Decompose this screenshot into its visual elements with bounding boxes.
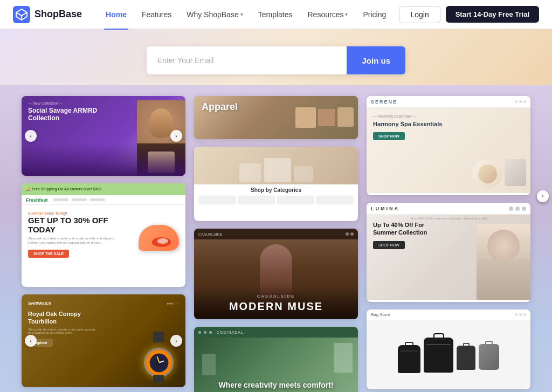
serene-title: Harmony Spa Essentials xyxy=(373,120,443,128)
card-lumina[interactable]: LUMINA Up to 40% off for summer collecti… xyxy=(367,203,530,302)
swiftwatch-title: Royal Oak Conopy Tourbillon xyxy=(28,310,93,326)
categories-title: Shop by Categories xyxy=(194,184,358,196)
chevron-down-icon: ▾ xyxy=(240,11,243,17)
card-creativity[interactable]: CODINADAL Where creativity meets comfort… xyxy=(194,327,358,392)
card-social-savage-title: Social Savage ARMRD Collection xyxy=(28,107,114,122)
gallery-col-2: Apparel Shop by Categories CASUALSIDE xyxy=(194,96,358,392)
nav-item-home[interactable]: Home xyxy=(99,7,133,22)
card-freshfeet[interactable]: 🚚 Free Shipping On All Orders Over $300 … xyxy=(22,183,185,287)
bag-3 xyxy=(457,346,475,370)
creativity-headline: Where creativity meets comfort! xyxy=(218,381,333,389)
nav-actions: Login Start 14-Day Free Trial xyxy=(399,6,539,23)
freshfeet-shoes xyxy=(130,216,179,253)
categories-grid xyxy=(194,196,358,208)
bags-nav: Bag Store xyxy=(367,310,530,320)
chevron-down-icon: ▾ xyxy=(345,11,348,17)
serene-subtitle: — Harmony Essentials — xyxy=(373,114,524,118)
hero-section: Join us xyxy=(0,29,552,85)
lumina-nav: LUMINA xyxy=(367,203,530,215)
creativity-brand: CODINADAL xyxy=(217,331,244,334)
login-button[interactable]: Login xyxy=(399,6,440,23)
serene-nav-dots xyxy=(515,100,526,103)
modern-muse-brand: CASUALSIDE xyxy=(194,294,358,299)
trial-button[interactable]: Start 14-Day Free Trial xyxy=(446,6,539,23)
card-arrow-right[interactable]: › xyxy=(170,335,182,347)
bags-nav-dots xyxy=(515,313,526,316)
apparel-text: Apparel xyxy=(194,96,358,118)
swiftwatch-nav: SwiftWatch ●●● ○○ xyxy=(28,301,179,306)
swiftwatch-desc: Shop with the latest colorful and comfy … xyxy=(28,328,98,334)
card-social-savage[interactable]: — New Collection — Social Savage ARMRD C… xyxy=(22,96,185,176)
freshfeet-sale-label: Summer Sales Today! xyxy=(28,211,125,215)
freshfeet-body: Summer Sales Today! GET UP TO 30% OFF TO… xyxy=(22,205,185,264)
card-swiftwatch[interactable]: SwiftWatch ●●● ○○ Royal Oak Conopy Tourb… xyxy=(22,294,185,387)
freshfeet-brand: Freshfeet xyxy=(26,197,48,203)
creativity-bg: Where creativity meets comfort! Explore … xyxy=(194,338,358,392)
lumina-title: Up To 40% Off For Summer Collection xyxy=(373,221,443,237)
logo[interactable]: ShopBase xyxy=(13,6,82,23)
lumina-cta[interactable]: SHOP NOW xyxy=(373,241,405,249)
bags-body: EXPLORE OUR COLLECTIONS xyxy=(367,320,530,389)
serene-products xyxy=(473,159,526,189)
creativity-text: Where creativity meets comfort! xyxy=(218,381,333,389)
card-apparel[interactable]: Apparel xyxy=(194,96,358,139)
bag-1 xyxy=(398,345,420,373)
logo-icon xyxy=(13,6,30,23)
freshfeet-nav: Freshfeet xyxy=(22,195,185,205)
bag-4 xyxy=(479,344,499,370)
lumina-promo-top: Up to 40% off for summer collection - li… xyxy=(367,217,530,220)
gallery-col-3: SERENE — Harmony Essentials — Harmony Sp… xyxy=(367,96,530,392)
nav-item-why-shopbase[interactable]: Why ShopBase ▾ xyxy=(180,7,250,22)
categories-hero xyxy=(194,147,358,184)
card-arrow-left[interactable]: ‹ xyxy=(25,335,37,347)
serene-cta[interactable]: SHOP NOW xyxy=(373,132,405,140)
nav-item-features[interactable]: Features xyxy=(135,7,178,22)
serene-nav: SERENE xyxy=(367,96,530,108)
card-arrow-left[interactable]: ‹ xyxy=(25,130,37,142)
freshfeet-desc: Shop with our latest colorful and comfy … xyxy=(28,236,125,245)
freshfeet-promo-bar: 🚚 Free Shipping On All Orders Over $300 xyxy=(22,183,185,195)
serene-hero: — Harmony Essentials — Harmony Spa Essen… xyxy=(367,108,530,193)
creativity-item1 xyxy=(334,343,353,373)
creativity-item2 xyxy=(202,354,216,375)
swiftwatch-brand: SwiftWatch xyxy=(28,301,51,306)
freshfeet-offer: GET UP TO 30% OFF TODAY xyxy=(28,216,125,234)
lumina-hero: Up to 40% off for summer collection - li… xyxy=(367,215,530,300)
join-button[interactable]: Join us xyxy=(347,46,405,74)
email-form: Join us xyxy=(147,46,405,74)
card-modern-muse[interactable]: CASUALSIDE CASUALSIDE MODERN MUSE xyxy=(194,229,358,319)
modern-muse-nav: CASUALSIDE xyxy=(194,229,358,239)
card-categories[interactable]: Shop by Categories xyxy=(194,147,358,221)
bags-brand: Bag Store xyxy=(371,312,390,317)
card-social-savage-subtitle: — New Collection — xyxy=(28,101,179,105)
apparel-label: Apparel xyxy=(202,101,350,113)
creativity-nav: CODINADAL xyxy=(194,327,358,338)
email-input[interactable] xyxy=(147,46,347,74)
lumina-brand: LUMINA xyxy=(371,206,399,211)
freshfeet-cta[interactable]: SHOP THE SALE xyxy=(28,250,69,258)
svg-rect-0 xyxy=(13,6,30,23)
nav-item-pricing[interactable]: Pricing xyxy=(356,7,392,22)
nav-item-resources[interactable]: Resources ▾ xyxy=(301,7,355,22)
modern-muse-title: MODERN MUSE xyxy=(194,300,358,313)
bag-2 xyxy=(424,338,453,373)
gallery-col-1: — New Collection — Social Savage ARMRD C… xyxy=(22,96,185,392)
card-bags[interactable]: Bag Store EXPLORE OUR COLLECTIONS xyxy=(367,310,530,389)
card-serene[interactable]: SERENE — Harmony Essentials — Harmony Sp… xyxy=(367,96,530,195)
lumina-person xyxy=(477,224,530,300)
nav-item-templates[interactable]: Templates xyxy=(252,7,299,22)
serene-brand: SERENE xyxy=(371,99,397,105)
navbar: ShopBase Home Features Why ShopBase ▾ Te… xyxy=(0,0,552,29)
brand-name: ShopBase xyxy=(34,9,82,20)
gallery-section: — New Collection — Social Savage ARMRD C… xyxy=(0,85,552,392)
card-arrow-right[interactable]: › xyxy=(170,130,182,142)
freshfeet-text: Summer Sales Today! GET UP TO 30% OFF TO… xyxy=(28,211,125,258)
modern-muse-text: CASUALSIDE MODERN MUSE xyxy=(194,294,358,313)
nav-links: Home Features Why ShopBase ▾ Templates R… xyxy=(99,7,399,22)
lumina-nav-icons xyxy=(509,207,526,211)
